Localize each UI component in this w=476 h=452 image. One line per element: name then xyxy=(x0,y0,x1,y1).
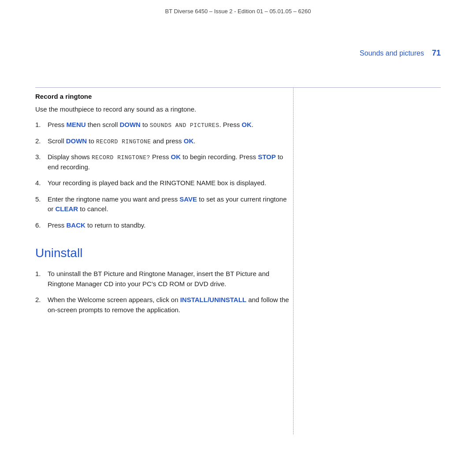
ok-keyword-3: OK xyxy=(171,153,181,161)
uninstall-step-2-content: When the Welcome screen appears, click o… xyxy=(48,295,291,315)
save-keyword: SAVE xyxy=(179,195,197,203)
content-area: Record a ringtone Use the mouthpiece to … xyxy=(35,93,291,321)
step-1-content: Press MENU then scroll DOWN to SOUNDS AN… xyxy=(48,120,291,130)
header-meta: BT Diverse 6450 – Issue 2 - Edition 01 –… xyxy=(0,0,476,15)
step-6: 6. Press BACK to return to standby. xyxy=(35,220,291,231)
step-1: 1. Press MENU then scroll DOWN to SOUNDS… xyxy=(35,120,291,130)
page-container: BT Diverse 6450 – Issue 2 - Edition 01 –… xyxy=(0,0,476,452)
menu-keyword: MENU xyxy=(67,121,86,128)
section-header: Sounds and pictures 71 xyxy=(360,49,441,58)
step-4: 4. Your recording is played back and the… xyxy=(35,178,291,188)
step-5-number: 5. xyxy=(35,194,48,205)
stop-keyword: STOP xyxy=(258,153,276,161)
step-4-number: 4. xyxy=(35,178,48,188)
record-ringtone-display: RECORD RINGTONE xyxy=(96,138,151,145)
step-4-content: Your recording is played back and the RI… xyxy=(48,178,291,188)
section-title: Sounds and pictures xyxy=(360,49,424,57)
step-6-number: 6. xyxy=(35,220,48,231)
record-heading: Record a ringtone xyxy=(35,93,291,100)
step-3: 3. Display shows RECORD RINGTONE? Press … xyxy=(35,152,291,172)
uninstall-section: Uninstall 1. To uninstall the BT Picture… xyxy=(35,246,291,315)
uninstall-step-1-content: To uninstall the BT Picture and Ringtone… xyxy=(48,269,291,289)
step-3-content: Display shows RECORD RINGTONE? Press OK … xyxy=(48,152,291,172)
sounds-pictures-display: SOUNDS AND PICTURES xyxy=(150,122,219,129)
clear-keyword: CLEAR xyxy=(56,205,78,213)
uninstall-heading: Uninstall xyxy=(35,246,291,260)
step-6-content: Press BACK to return to standby. xyxy=(48,220,291,231)
step-3-number: 3. xyxy=(35,152,48,162)
page-number: 71 xyxy=(432,49,441,58)
horizontal-divider xyxy=(35,87,441,88)
uninstall-step-1-number: 1. xyxy=(35,269,48,279)
uninstall-step-2: 2. When the Welcome screen appears, clic… xyxy=(35,295,291,315)
ok-keyword-1: OK xyxy=(242,121,252,128)
ok-keyword-2: OK xyxy=(184,137,194,145)
intro-text: Use the mouthpiece to record any sound a… xyxy=(35,105,291,113)
vertical-divider xyxy=(293,87,294,434)
step-2: 2. Scroll DOWN to RECORD RINGTONE and pr… xyxy=(35,136,291,146)
uninstall-step-2-number: 2. xyxy=(35,295,48,305)
uninstall-steps-list: 1. To uninstall the BT Picture and Ringt… xyxy=(35,269,291,315)
step-1-number: 1. xyxy=(35,120,48,130)
back-keyword: BACK xyxy=(67,221,86,229)
install-uninstall-keyword: INSTALL/UNINSTALL xyxy=(180,296,246,303)
uninstall-step-1: 1. To uninstall the BT Picture and Ringt… xyxy=(35,269,291,289)
record-steps-list: 1. Press MENU then scroll DOWN to SOUNDS… xyxy=(35,120,291,230)
step-5: 5. Enter the ringtone name you want and … xyxy=(35,194,291,214)
down-keyword-1: DOWN xyxy=(119,121,141,128)
record-ringtone-section: Record a ringtone Use the mouthpiece to … xyxy=(35,93,291,230)
meta-text: BT Diverse 6450 – Issue 2 - Edition 01 –… xyxy=(165,8,311,15)
step-2-content: Scroll DOWN to RECORD RINGTONE and press… xyxy=(48,136,291,146)
record-ringtone-question-display: RECORD RINGTONE? xyxy=(92,154,150,161)
down-keyword-2: DOWN xyxy=(66,137,87,145)
step-2-number: 2. xyxy=(35,136,48,146)
step-5-content: Enter the ringtone name you want and pre… xyxy=(48,194,291,214)
